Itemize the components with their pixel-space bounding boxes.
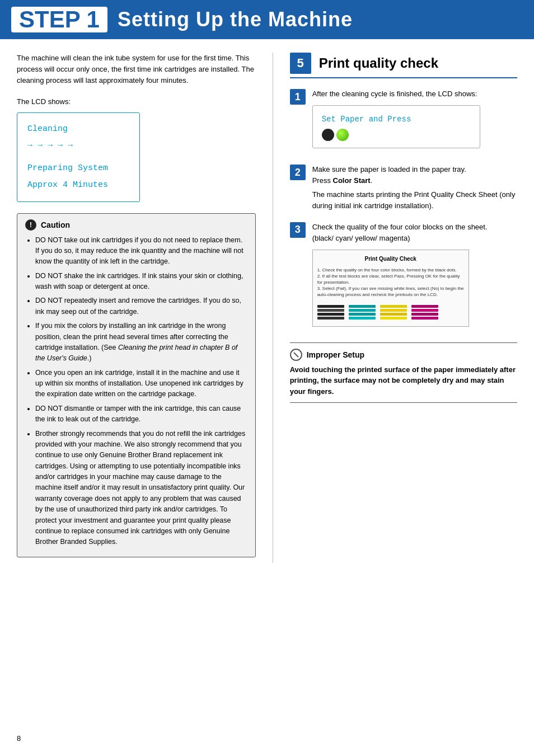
lcd-display-right: Set Paper and Press <box>312 105 480 148</box>
pq-title: Print Quality Check <box>317 255 464 264</box>
pq-bars <box>317 303 464 320</box>
improper-icon <box>290 349 302 361</box>
lcd-circle-black <box>322 129 334 141</box>
caution-list: DO NOT take out ink cartridges if you do… <box>25 235 247 548</box>
list-item: If you mix the colors by installing an i… <box>35 321 247 364</box>
step-2-line2: Press Color Start. <box>312 175 517 186</box>
step-3-row: 3 Check the quality of the four color bl… <box>290 222 517 332</box>
pq-small-text: 1. Check the quality on the four color b… <box>317 267 464 298</box>
step-2-number: 2 <box>290 165 306 180</box>
lcd-right-line1: Set Paper and Press <box>322 112 471 126</box>
bar-yellow <box>380 305 407 320</box>
lcd-line1: Cleaning <box>27 121 129 138</box>
list-item: DO NOT take out ink cartridges if you do… <box>35 235 247 267</box>
list-item: DO NOT repeatedly insert and remove the … <box>35 295 247 317</box>
step-3-line1: Check the quality of the four color bloc… <box>312 222 517 233</box>
step-3-number: 3 <box>290 222 306 238</box>
svg-line-1 <box>294 353 298 357</box>
lcd-display-left: Cleaning → → → → → Preparing System Appr… <box>17 112 140 202</box>
page-title: Setting Up the Machine <box>118 8 353 31</box>
improper-text: Avoid touching the printed surface of th… <box>290 364 517 397</box>
improper-header: Improper Setup <box>290 349 517 361</box>
step-2-line1: Make sure the paper is loaded in the pap… <box>312 164 517 175</box>
caution-title: Caution <box>41 220 70 229</box>
caution-icon: ! <box>25 219 36 231</box>
step-2-line4: The machine starts printing the Print Qu… <box>312 189 517 212</box>
section5-header: 5 Print quality check <box>290 53 517 78</box>
step-2-period: . <box>371 176 373 185</box>
page-number: 8 <box>17 734 21 743</box>
step-1-row: 1 After the cleaning cycle is finished, … <box>290 88 517 154</box>
step-3-content: Check the quality of the four color bloc… <box>312 222 517 332</box>
bar-cyan <box>349 305 376 320</box>
improper-setup-box: Improper Setup Avoid touching the printe… <box>290 342 517 403</box>
list-item: DO NOT dismantle or tamper with the ink … <box>35 403 247 425</box>
step-1-text: After the cleaning cycle is finished, th… <box>312 90 477 98</box>
step-2-content: Make sure the paper is loaded in the pap… <box>312 164 517 212</box>
step-badge: STEP 1 <box>11 7 107 32</box>
step-2-bold: Color Start <box>333 176 371 185</box>
step-2-row: 2 Make sure the paper is loaded in the p… <box>290 164 517 212</box>
lcd-label: The LCD shows: <box>17 96 256 107</box>
caution-box: ! Caution DO NOT take out ink cartridges… <box>17 213 256 557</box>
step-3-line2: (black/ cyan/ yellow/ magenta) <box>312 233 517 244</box>
lcd-line3: Preparing System <box>27 160 129 177</box>
section-number-badge: 5 <box>290 53 311 74</box>
page-body: The machine will clean the ink tube syst… <box>0 39 534 576</box>
page-header: STEP 1 Setting Up the Machine <box>0 0 534 39</box>
step-1-content: After the cleaning cycle is finished, th… <box>312 88 517 154</box>
left-column: The machine will clean the ink tube syst… <box>17 53 273 563</box>
print-quality-image: Print Quality Check 1. Check the quality… <box>312 250 469 326</box>
list-item: Once you open an ink cartridge, install … <box>35 368 247 400</box>
list-item: DO NOT shake the ink cartridges. If ink … <box>35 271 247 293</box>
step-1-number: 1 <box>290 89 306 105</box>
improper-title: Improper Setup <box>307 350 364 359</box>
lcd-line4: Approx 4 Minutes <box>27 177 129 194</box>
bar-magenta <box>411 305 438 320</box>
right-column: 5 Print quality check 1 After the cleani… <box>273 53 517 563</box>
lcd-line2: → → → → → <box>27 138 129 154</box>
section-title: Print quality check <box>319 55 438 71</box>
intro-paragraph: The machine will clean the ink tube syst… <box>17 53 256 86</box>
list-item: Brother strongly recommends that you do … <box>35 429 247 548</box>
caution-header: ! Caution <box>25 219 247 231</box>
bar-black <box>317 305 344 320</box>
lcd-circle-green <box>336 129 349 141</box>
lcd-circles <box>322 129 471 141</box>
